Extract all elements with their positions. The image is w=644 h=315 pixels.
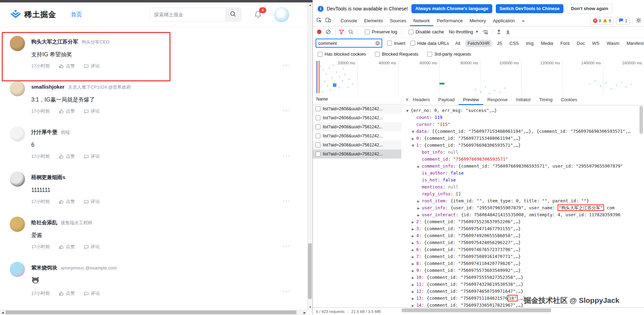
comment-author[interactable]: 汁汁厚牛堡 <box>31 129 57 135</box>
detail-tab-cookies[interactable]: Cookies <box>557 95 581 105</box>
throttling-select[interactable]: No throttling <box>449 29 473 34</box>
scroll-left-arrow-icon[interactable]: ◀ <box>0 311 5 314</box>
like-button[interactable]: 点赞 <box>59 244 75 250</box>
tree-expand-arrow[interactable]: ▶ <box>417 212 422 219</box>
like-button[interactable]: 点赞 <box>59 108 75 114</box>
tree-expand-arrow[interactable]: ▶ <box>412 233 416 240</box>
preserve-log-checkbox[interactable]: Preserve log <box>365 29 397 34</box>
detail-tab-response[interactable]: Response <box>483 95 512 105</box>
like-button[interactable]: 点赞 <box>59 199 75 205</box>
nav-home-link[interactable]: 首页 <box>71 11 82 18</box>
scroll-up-arrow-icon[interactable]: ▲ <box>308 3 313 7</box>
dont-show-again-button[interactable]: Don't show again <box>567 4 612 14</box>
comment-author[interactable]: smallishjoker <box>31 84 65 90</box>
like-button[interactable]: 点赞 <box>59 290 75 297</box>
checkbox-icon[interactable] <box>316 124 320 129</box>
tab-network[interactable]: Network <box>410 15 434 26</box>
clear-icon[interactable] <box>326 29 331 34</box>
avatar[interactable] <box>10 171 25 187</box>
more-options-button[interactable]: ··· <box>283 288 291 294</box>
more-options-button[interactable]: ··· <box>283 198 291 204</box>
tree-expand-arrow[interactable]: ▶ <box>417 205 422 212</box>
filter-type-doc[interactable]: Doc <box>574 40 587 47</box>
filter-type-font[interactable]: Font <box>558 40 572 47</box>
filter-type-fetchxhr[interactable]: Fetch/XHR <box>465 40 492 47</box>
disable-cache-checkbox[interactable]: Disable cache <box>409 29 444 34</box>
has-blocked-cookies-checkbox[interactable]: Has blocked cookies <box>318 51 366 57</box>
more-options-button[interactable]: ··· <box>283 243 291 249</box>
filter-input[interactable] <box>316 41 375 46</box>
detail-tab-headers[interactable]: Headers <box>409 95 434 105</box>
site-horizontal-scrollbar-thumb[interactable] <box>6 310 296 314</box>
notifications-button[interactable]: 4 <box>254 10 263 19</box>
tree-expand-arrow[interactable]: ▶ <box>412 295 416 302</box>
search-button[interactable] <box>225 8 241 21</box>
checkbox-icon[interactable] <box>316 152 320 156</box>
invert-checkbox[interactable]: Invert <box>387 41 405 46</box>
tab-console[interactable]: Console <box>337 15 361 26</box>
inspect-element-icon[interactable] <box>316 17 322 24</box>
tree-expand-arrow[interactable]: ▼ <box>406 107 411 114</box>
tab-elements[interactable]: Elements <box>361 15 386 26</box>
network-conditions-icon[interactable] <box>482 29 488 34</box>
site-logo[interactable]: 稀土掘金 <box>10 9 56 20</box>
avatar[interactable] <box>10 81 25 96</box>
close-detail-icon[interactable]: × <box>405 97 409 103</box>
reply-button[interactable]: 评论 <box>84 153 100 160</box>
avatar[interactable] <box>10 126 25 142</box>
tab-application[interactable]: Application <box>490 15 519 26</box>
tree-expand-arrow[interactable]: ▶ <box>412 219 416 226</box>
export-har-icon[interactable] <box>505 29 510 34</box>
import-har-icon[interactable] <box>496 29 501 34</box>
avatar[interactable] <box>10 262 25 277</box>
tree-expand-arrow[interactable]: ▶ <box>412 253 416 260</box>
tab-sources[interactable]: Sources <box>386 15 410 26</box>
detail-tab-payload[interactable]: Payload <box>434 95 459 105</box>
tree-expand-arrow[interactable]: ▼ <box>412 128 416 135</box>
chevron-down-icon[interactable]: ▼ <box>476 30 478 33</box>
search-network-icon[interactable] <box>348 29 353 34</box>
request-row[interactable]: list?aid=2608&uuid=7561242... <box>313 104 401 113</box>
filter-type-js[interactable]: JS <box>494 40 504 47</box>
tab-memory[interactable]: Memory <box>466 15 490 26</box>
more-options-button[interactable]: ··· <box>283 107 291 114</box>
always-match-language-button[interactable]: Always match Chrome's language <box>411 4 492 13</box>
checkbox-icon[interactable] <box>316 143 320 147</box>
detail-horizontal-scrollbar-thumb[interactable] <box>402 308 551 312</box>
tree-expand-arrow[interactable]: ▶ <box>412 281 416 288</box>
scroll-right-arrow-icon[interactable]: ▶ <box>302 311 307 314</box>
request-row[interactable]: list?aid=2608&uuid=7561242... <box>313 131 401 140</box>
user-avatar[interactable] <box>274 7 289 22</box>
filter-type-ws[interactable]: WS <box>589 40 602 47</box>
reply-button[interactable]: 评论 <box>84 63 100 69</box>
checkbox-icon[interactable] <box>316 115 320 120</box>
like-button[interactable]: 点赞 <box>59 63 75 69</box>
more-options-button[interactable]: ··· <box>283 62 291 68</box>
checkbox-icon[interactable] <box>316 106 320 111</box>
filter-type-manifest[interactable]: Manifest <box>624 40 644 47</box>
comment-author[interactable]: 给社会添乱 <box>31 219 57 225</box>
request-row[interactable]: list?aid=2608&uuid=7561242... <box>313 150 401 159</box>
network-overview-timeline[interactable]: 20000 ms40000 ms60000 ms80000 ms100000 m… <box>313 59 644 95</box>
tree-expand-arrow[interactable]: ▶ <box>417 198 422 205</box>
request-row[interactable]: list?aid=2608&uuid=7561242... <box>313 113 401 122</box>
filter-type-css[interactable]: CSS <box>507 40 521 47</box>
tree-expand-arrow[interactable]: ▶ <box>412 302 416 307</box>
tree-expand-arrow[interactable]: ▶ <box>412 267 416 274</box>
site-vertical-scrollbar-thumb[interactable] <box>308 243 312 299</box>
third-party-requests-checkbox[interactable]: 3rd-party requests <box>427 51 471 57</box>
name-column-header[interactable]: Name <box>313 95 401 104</box>
detail-tab-timing[interactable]: Timing <box>535 95 557 105</box>
tab-[interactable]: » <box>518 15 528 26</box>
clear-filter-icon[interactable]: × <box>375 41 380 46</box>
blocked-requests-checkbox[interactable]: Blocked Requests <box>375 51 418 57</box>
avatar[interactable] <box>10 36 25 51</box>
request-row[interactable]: list?aid=2608&uuid=7561242... <box>313 122 401 131</box>
tab-performance[interactable]: Performance <box>433 15 466 26</box>
device-toolbar-icon[interactable] <box>325 17 331 24</box>
settings-gear-icon[interactable] <box>636 17 642 24</box>
tree-expand-arrow[interactable]: ▶ <box>412 240 416 247</box>
detail-vertical-scrollbar-thumb[interactable] <box>639 106 643 134</box>
hide-data-urls-checkbox[interactable]: Hide data URLs <box>410 41 449 46</box>
switch-devtools-chinese-button[interactable]: Switch DevTools to Chinese <box>496 4 563 13</box>
